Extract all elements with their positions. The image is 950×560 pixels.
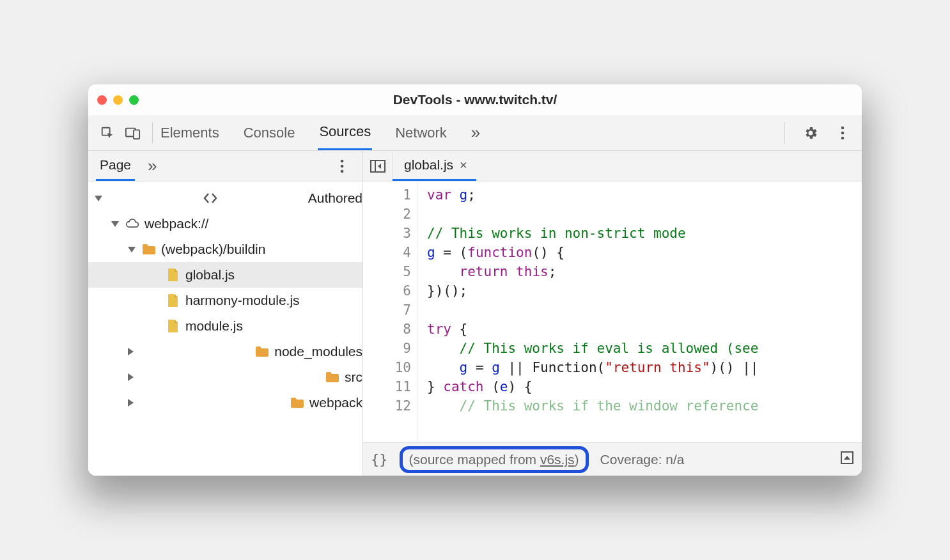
tree-file-module[interactable]: module.js (88, 313, 362, 339)
editor-statusbar: {} (source mapped from v6s.js) Coverage:… (363, 442, 862, 476)
tree-folder-webpack[interactable]: webpack (88, 390, 362, 416)
tree-webpack-root[interactable]: webpack:// (88, 211, 362, 237)
tab-separator-right (784, 122, 785, 144)
code-editor[interactable]: 123456789101112 var g; // This works in … (363, 182, 862, 442)
navigator-tabs-overflow[interactable]: » (144, 150, 160, 182)
tab-elements[interactable]: Elements (159, 115, 221, 150)
tree-label: module.js (185, 318, 243, 334)
file-icon (166, 319, 180, 333)
folder-icon (255, 345, 269, 359)
svg-rect-2 (134, 130, 139, 139)
source-map-prefix: (source mapped from (409, 452, 540, 467)
tab-network[interactable]: Network (394, 115, 448, 150)
tree-label: Authored (308, 191, 362, 206)
tree-label: node_modules (274, 344, 362, 359)
editor-pane: global.js × 123456789101112 var g; // Th… (363, 151, 862, 476)
svg-point-7 (341, 164, 344, 167)
source-map-info: (source mapped from v6s.js) (400, 446, 589, 473)
tree-authored[interactable]: Authored (88, 185, 362, 211)
main-split: Page » Authored webpack:// (88, 151, 862, 476)
chevron-right-icon (128, 399, 284, 407)
navigator-tab-page[interactable]: Page (96, 151, 135, 181)
chevron-right-icon (128, 348, 249, 355)
chevron-right-icon (128, 373, 319, 381)
pretty-print-button[interactable]: {} (371, 451, 388, 467)
tree-file-harmony[interactable]: harmony-module.js (88, 288, 362, 313)
tree-label: (webpack)/buildin (161, 242, 265, 257)
kebab-icon[interactable] (830, 120, 855, 146)
file-icon (166, 268, 180, 282)
tree-file-global[interactable]: global.js (88, 262, 362, 288)
main-tabs: Elements Console Sources Network » (159, 115, 481, 150)
file-icon (166, 293, 180, 307)
line-gutter: 123456789101112 (363, 182, 418, 442)
chevron-down-icon (128, 247, 136, 253)
close-icon[interactable]: × (460, 158, 467, 173)
tree-label: src (345, 369, 362, 385)
svg-point-5 (841, 136, 845, 139)
navigator-tabs: Page » (88, 151, 362, 182)
folder-icon (142, 242, 156, 256)
editor-tabs: global.js × (363, 151, 862, 182)
gear-icon[interactable] (798, 120, 823, 146)
code-icon (109, 191, 303, 205)
coverage-label: Coverage: n/a (600, 452, 685, 467)
cloud-icon (125, 217, 139, 231)
tab-console[interactable]: Console (242, 115, 297, 150)
folder-icon (290, 396, 304, 410)
editor-tab-label: global.js (404, 157, 453, 173)
file-tree: Authored webpack:// (webpack)/buildin gl… (88, 182, 362, 476)
tree-label: global.js (185, 267, 235, 283)
source-map-link[interactable]: v6s.js (540, 452, 575, 467)
tree-label: webpack (309, 395, 362, 410)
inspect-icon[interactable] (95, 120, 120, 146)
tree-folder-buildin[interactable]: (webpack)/buildin (88, 237, 362, 262)
window-title: DevTools - www.twitch.tv/ (88, 92, 862, 107)
code-content[interactable]: var g; // This works in non-strict modeg… (418, 182, 862, 442)
navigator-kebab-icon[interactable] (329, 153, 355, 179)
chevron-down-icon (95, 196, 102, 201)
tree-folder-nodemodules[interactable]: node_modules (88, 339, 362, 364)
tab-separator (152, 122, 153, 144)
tree-folder-src[interactable]: src (88, 364, 362, 390)
chevron-down-icon (111, 221, 119, 227)
svg-point-6 (341, 159, 344, 162)
folder-icon (325, 370, 339, 384)
tree-label: harmony-module.js (185, 293, 300, 308)
expand-icon[interactable] (840, 451, 854, 468)
editor-tab-global[interactable]: global.js × (393, 151, 476, 181)
tabs-overflow[interactable]: » (470, 115, 481, 150)
titlebar: DevTools - www.twitch.tv/ (88, 84, 862, 115)
svg-point-8 (341, 169, 344, 173)
devices-icon[interactable] (120, 120, 146, 146)
devtools-window: DevTools - www.twitch.tv/ Elements Conso… (88, 84, 862, 476)
collapse-panel-icon[interactable] (363, 151, 393, 181)
svg-point-3 (841, 126, 845, 129)
source-map-suffix: ) (575, 452, 579, 467)
tab-sources[interactable]: Sources (318, 115, 372, 150)
tree-label: webpack:// (144, 216, 208, 231)
svg-point-4 (841, 131, 845, 134)
navigator-pane: Page » Authored webpack:// (88, 151, 363, 476)
devtools-tabbar: Elements Console Sources Network » (88, 115, 862, 151)
